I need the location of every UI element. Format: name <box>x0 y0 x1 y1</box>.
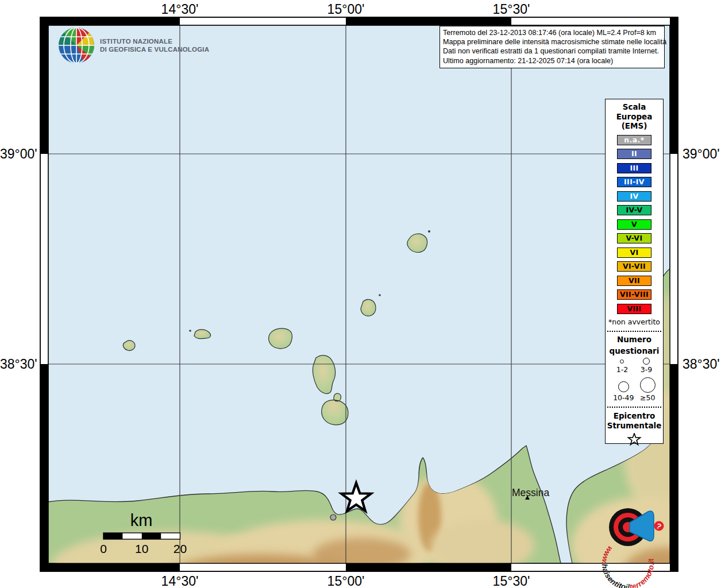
ems-chip-v-vi: V-VI <box>617 233 651 243</box>
questionnaire-size-1-2: 1-2 <box>616 359 628 374</box>
islet-basiluzzo <box>379 294 381 296</box>
legend-footnote: *non avvertito <box>606 318 663 326</box>
circle-small-icon <box>620 359 624 363</box>
ems-chip-iii: III <box>617 163 651 173</box>
questionnaire-size-10-49: 10-49 <box>613 381 634 402</box>
locality-dot <box>330 514 336 520</box>
questionnaire-label-10-49: 10-49 <box>613 393 634 402</box>
event-info-line3: Dati non verificati estratti da 1 questi… <box>443 47 661 56</box>
circle-large-icon <box>618 381 629 392</box>
legend-title: Scala Europea (EMS) <box>606 102 663 131</box>
island-panarea <box>361 299 376 316</box>
axis-label-bottom-1500: 15°00' <box>327 574 365 588</box>
ems-chip-na: n.a.* <box>617 135 651 145</box>
axis-label-top-1500: 15°00' <box>327 2 365 17</box>
ems-chip-viii: VIII <box>617 304 651 314</box>
scale-tick-0: 0 <box>100 542 107 555</box>
axis-label-left-3900: 39°00' <box>0 146 37 162</box>
ems-chip-vi: VI <box>617 247 651 258</box>
scale-bar-unit: km <box>130 511 153 529</box>
legend-separator-1 <box>607 331 661 332</box>
map-page: Messina km 0 10 20 ? www.haisentitoilter… <box>0 0 721 588</box>
event-info-line2: Mappa preliminare delle intensità macros… <box>443 37 661 47</box>
axis-label-bottom-1430: 14°30' <box>161 574 199 588</box>
legend-title-line1: Scala <box>606 102 663 112</box>
scale-tick-10: 10 <box>135 542 148 555</box>
ems-chip-v: V <box>617 219 651 230</box>
epicenter-title-line1: Epicentro <box>606 411 663 421</box>
legend-title-line3: (EMS) <box>606 121 663 131</box>
axis-label-right-3900: 39°00' <box>683 146 720 162</box>
ems-chip-iii-iv: III-IV <box>617 177 651 187</box>
ingv-logo: ISTITUTO NAZIONALE DI GEOFISICA E VULCAN… <box>57 26 209 64</box>
axis-label-right-3830: 38°30' <box>683 357 720 372</box>
event-info-line1: Terremoto del 23-12-2013 08:17:46 (ora l… <box>443 28 661 37</box>
ems-chip-vii: VII <box>617 276 651 286</box>
questionnaire-label-3-9: 3-9 <box>641 365 652 374</box>
sea <box>48 25 670 563</box>
questionnaire-title-line2: questionari <box>606 345 663 357</box>
circle-xlarge-icon <box>640 377 656 393</box>
ems-scale: n.a.* II III III-IV IV IV-V V V-VI VI VI… <box>606 135 663 314</box>
epicenter-star-icon <box>606 433 663 448</box>
event-info-line4: Ultimo aggiornamento: 21-12-2025 07:14 (… <box>443 56 661 65</box>
epicenter-title-line2: Strumentale <box>606 421 663 431</box>
city-label-messina: Messina <box>512 487 549 498</box>
questionnaire-title-line1: Numero <box>606 334 663 345</box>
event-info-box: Terremoto del 23-12-2013 08:17:46 (ora l… <box>439 26 665 68</box>
islet-canna <box>189 330 191 332</box>
ems-chip-iv: IV <box>617 191 651 202</box>
islet-strombolicchio <box>428 230 430 233</box>
ems-chip-iv-v: IV-V <box>617 205 651 215</box>
questionnaire-title: Numero questionari <box>606 334 663 357</box>
questionnaire-label-1-2: 1-2 <box>616 365 628 374</box>
questionnaire-size-50: ≥50 <box>640 377 656 402</box>
scale-tick-20: 20 <box>173 542 187 555</box>
axis-label-left-3830: 38°30' <box>0 357 37 372</box>
axis-label-top-1530: 15°30' <box>493 2 530 17</box>
axis-label-bottom-1530: 15°30' <box>493 574 530 588</box>
legend-separator-2 <box>607 407 661 408</box>
ems-chip-ii: II <box>617 149 651 159</box>
ems-chip-vi-vii: VI-VII <box>617 261 651 272</box>
island-salina <box>269 328 292 349</box>
axis-label-top-1430: 14°30' <box>161 2 199 17</box>
questionnaire-label-50: ≥50 <box>640 393 655 402</box>
legend-title-line2: Europea <box>606 112 663 122</box>
legend-panel: Scala Europea (EMS) n.a.* II III III-IV … <box>605 99 664 444</box>
ingv-name-line1: ISTITUTO NAZIONALE <box>100 37 209 46</box>
ems-chip-vii-viii: VII-VIII <box>617 289 651 300</box>
questionnaire-size-3-9: 3-9 <box>641 358 652 374</box>
ingv-name-line2: DI GEOFISICA E VULCANOLOGIA <box>100 45 209 54</box>
circle-medium-icon <box>643 358 650 365</box>
epicenter-legend-title: Epicentro Strumentale <box>606 411 663 431</box>
ingv-globe-icon <box>57 26 95 64</box>
